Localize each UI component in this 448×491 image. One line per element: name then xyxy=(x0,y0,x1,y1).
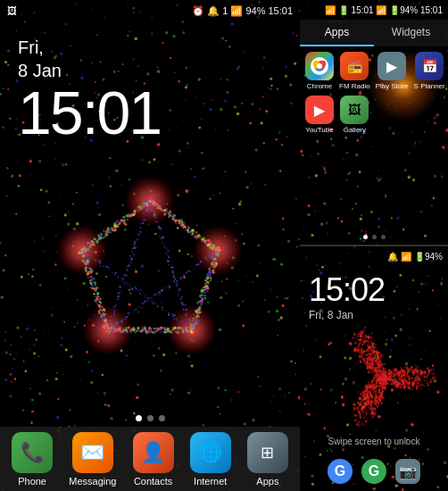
left-panel: 🖼 ⏰ 🔔 1 📶 94% 15:01 Fri,8 Jan 15:01 📞 Ph… xyxy=(0,0,300,491)
app-chrome[interactable]: Chrome xyxy=(305,52,334,90)
tr-dot-3 xyxy=(381,235,386,239)
dock-apps[interactable]: ⊞ Apps xyxy=(247,432,288,487)
youtube-label: YouTube xyxy=(305,126,333,134)
gallery-icon: 🖼 xyxy=(340,96,369,124)
top-right-status-bar: 📶 🔋 15:01 📶 🔋94% 15:01 xyxy=(300,0,448,20)
apps-icon: ⊞ xyxy=(247,432,288,473)
fm-radio-label: FM Radio xyxy=(339,82,370,90)
svg-point-2 xyxy=(317,63,322,69)
dock-internet[interactable]: 🌐 Internet xyxy=(190,432,231,487)
br-status-bar: 🔔 📶 🔋94% xyxy=(300,246,448,266)
dock-contacts[interactable]: 👤 Contacts xyxy=(133,432,174,487)
play-store-label: Play Store xyxy=(376,82,409,90)
dock-phone[interactable]: 📞 Phone xyxy=(12,432,53,487)
top-right-panel: 📶 🔋 15:01 📶 🔋94% 15:01 Apps Widgets xyxy=(300,0,448,245)
status-left: 🖼 xyxy=(7,5,17,16)
messaging-label: Messaging xyxy=(69,476,116,487)
tab-widgets[interactable]: Widgets xyxy=(374,20,448,46)
br-swipe-text: Swipe screen to unlock xyxy=(300,437,448,446)
network-icon: 1 xyxy=(222,5,228,16)
br-status-text: 🔔 📶 🔋94% xyxy=(387,252,443,262)
chrome-icon xyxy=(305,52,334,80)
play-store-icon: ▶ xyxy=(377,52,406,80)
br-time: 15:02 Fri, 8 Jan xyxy=(309,271,385,321)
dot-2 xyxy=(147,415,153,421)
dock-messaging[interactable]: ✉️ Messaging xyxy=(69,432,116,487)
internet-label: Internet xyxy=(194,476,227,487)
messaging-icon: ✉️ xyxy=(72,432,113,473)
lock-clock: 15:01 xyxy=(18,82,161,143)
right-panel: 📶 🔋 15:01 📶 🔋94% 15:01 Apps Widgets xyxy=(300,0,448,491)
chrome-label: Chrome xyxy=(307,82,332,90)
contacts-label: Contacts xyxy=(134,476,172,487)
page-indicator xyxy=(0,415,300,421)
apps-label: Apps xyxy=(256,476,278,487)
tr-dot-1 xyxy=(363,235,368,239)
br-bottom-icons: G G 📷 xyxy=(300,459,448,484)
tab-apps[interactable]: Apps xyxy=(300,20,374,46)
app-youtube[interactable]: ▶ YouTube xyxy=(305,96,334,134)
br-clock: 15:02 xyxy=(309,271,385,309)
left-status-bar: 🖼 ⏰ 🔔 1 📶 94% 15:01 xyxy=(0,0,300,21)
dot-1 xyxy=(136,415,142,421)
bottom-right-panel: 🔔 📶 🔋94% 15:02 Fri, 8 Jan Swipe screen t… xyxy=(300,246,448,491)
youtube-icon: ▶ xyxy=(305,96,334,124)
app-fm-radio[interactable]: 📻 FM Radio xyxy=(339,52,370,90)
br-date: Fri, 8 Jan xyxy=(309,309,385,321)
status-time: 15:01 xyxy=(268,5,293,16)
s-planner-icon: 📅 xyxy=(415,52,444,80)
apps-grid: Chrome 📻 FM Radio ▶ Play Store 📅 S Plann… xyxy=(300,46,448,139)
status-right: ⏰ 🔔 1 📶 94% 15:01 xyxy=(192,5,293,17)
battery-percent: 94% xyxy=(245,5,265,16)
phone-label: Phone xyxy=(18,476,46,487)
br-icon-google-2[interactable]: G xyxy=(361,459,386,484)
tr-dot-2 xyxy=(372,235,377,239)
tabs-row: Apps Widgets xyxy=(300,20,448,46)
app-gallery[interactable]: 🖼 Gallery xyxy=(339,96,370,134)
bottom-dock: 📞 Phone ✉️ Messaging 👤 Contacts 🌐 Intern… xyxy=(0,427,300,491)
br-icon-camera[interactable]: 📷 xyxy=(395,459,420,484)
signal-icon: 📶 xyxy=(230,5,243,17)
notification-icon: 🖼 xyxy=(7,5,17,16)
battery-icon: 🔔 xyxy=(207,5,220,17)
dot-3 xyxy=(159,415,165,421)
gallery-label: Gallery xyxy=(344,126,366,134)
s-planner-label: S Planner xyxy=(414,82,445,90)
contacts-icon: 👤 xyxy=(133,432,174,473)
alarm-icon: ⏰ xyxy=(192,5,204,17)
tr-status-text: 📶 🔋 15:01 📶 🔋94% 15:01 xyxy=(325,5,443,15)
tr-page-indicator xyxy=(300,235,448,239)
lock-day: Fri,8 Jan xyxy=(18,36,161,82)
phone-icon: 📞 xyxy=(12,432,53,473)
app-play-store[interactable]: ▶ Play Store xyxy=(376,52,409,90)
fm-radio-icon: 📻 xyxy=(340,52,369,80)
lock-time: Fri,8 Jan 15:01 xyxy=(18,36,161,143)
br-icon-google-1[interactable]: G xyxy=(328,459,353,484)
app-s-planner[interactable]: 📅 S Planner xyxy=(414,52,445,90)
internet-icon: 🌐 xyxy=(190,432,231,473)
